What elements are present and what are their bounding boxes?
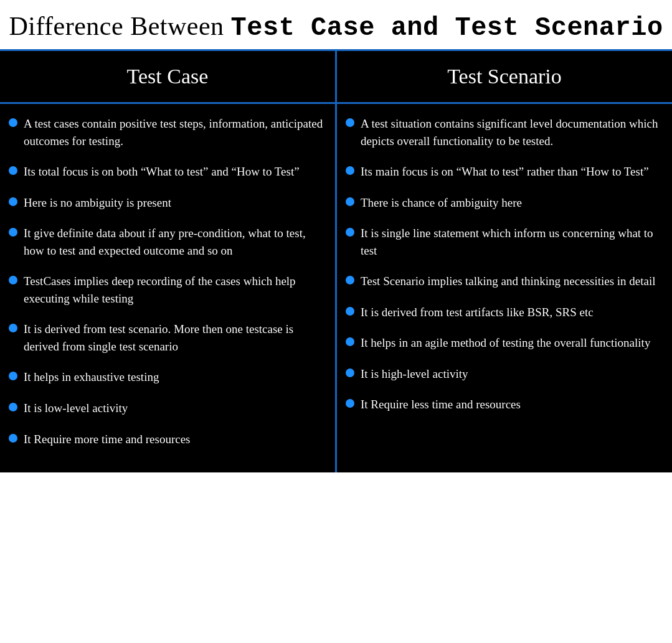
bullet-dot-icon bbox=[9, 434, 17, 443]
title-prefix: Difference Between bbox=[9, 12, 230, 40]
bullet-dot-icon bbox=[346, 118, 354, 127]
list-item: It is derived from test artifacts like B… bbox=[346, 304, 661, 321]
page-wrapper: Difference Between Test Case and Test Sc… bbox=[0, 0, 672, 643]
bullet-text: It is high-level activity bbox=[361, 365, 661, 383]
bullet-text: There is chance of ambiguity here bbox=[361, 194, 661, 212]
bullet-dot-icon bbox=[9, 118, 17, 127]
test-scenario-body: A test situation contains significant le… bbox=[337, 104, 672, 438]
list-item: TestCases implies deep recording of the … bbox=[9, 273, 324, 307]
bullet-text: It Require more time and resources bbox=[24, 431, 324, 448]
bullet-text: Its total focus is on both “What to test… bbox=[24, 163, 324, 181]
bullet-text: It is low-level activity bbox=[24, 400, 324, 417]
list-item: A test situation contains significant le… bbox=[346, 115, 661, 149]
list-item: It is low-level activity bbox=[9, 400, 324, 417]
bullet-text: It Require less time and resources bbox=[361, 396, 661, 413]
list-item: Its total focus is on both “What to test… bbox=[9, 163, 324, 181]
list-item: Test Scenario implies talking and thinki… bbox=[346, 273, 661, 290]
comparison-table: Test Case A test cases contain positive … bbox=[0, 51, 672, 472]
bullet-text: It is single line statement which inform… bbox=[361, 225, 661, 259]
list-item: It is derived from test scenario. More t… bbox=[9, 321, 324, 355]
list-item: It Require more time and resources bbox=[9, 431, 324, 448]
list-item: Here is no ambiguity is present bbox=[9, 194, 324, 212]
bullet-text: It is derived from test artifacts like B… bbox=[361, 304, 661, 321]
list-item: It Require less time and resources bbox=[346, 396, 661, 413]
bullet-dot-icon bbox=[9, 372, 17, 380]
bullet-dot-icon bbox=[346, 166, 354, 175]
bullet-text: Its main focus is on “What to test” rath… bbox=[361, 163, 661, 181]
list-item: A test cases contain positive test steps… bbox=[9, 115, 324, 149]
bullet-dot-icon bbox=[346, 337, 354, 346]
list-item: Its main focus is on “What to test” rath… bbox=[346, 163, 661, 181]
test-case-body: A test cases contain positive test steps… bbox=[0, 104, 335, 472]
bullet-dot-icon bbox=[346, 307, 354, 316]
test-scenario-column: Test Scenario A test situation contains … bbox=[337, 51, 672, 472]
bullet-dot-icon bbox=[9, 228, 17, 237]
bullet-dot-icon bbox=[9, 276, 17, 284]
list-item: It is high-level activity bbox=[346, 365, 661, 383]
bullet-dot-icon bbox=[346, 276, 354, 284]
test-case-header: Test Case bbox=[0, 51, 335, 104]
bullet-text: A test situation contains significant le… bbox=[361, 115, 661, 149]
bullet-dot-icon bbox=[9, 324, 17, 332]
test-case-column: Test Case A test cases contain positive … bbox=[0, 51, 337, 472]
bullet-text: A test cases contain positive test steps… bbox=[24, 115, 324, 149]
list-item: It helps in an agile method of testing t… bbox=[346, 334, 661, 352]
bullet-dot-icon bbox=[9, 197, 17, 206]
bullet-dot-icon bbox=[9, 403, 17, 411]
list-item: It give definite data about if any pre-c… bbox=[9, 225, 324, 259]
title-highlight: Test Case and Test Scenario bbox=[231, 13, 663, 43]
bullet-text: It helps in an agile method of testing t… bbox=[361, 334, 661, 352]
bullet-dot-icon bbox=[346, 368, 354, 377]
title-area: Difference Between Test Case and Test Sc… bbox=[0, 0, 672, 51]
list-item: It helps in exhaustive testing bbox=[9, 368, 324, 386]
bullet-text: It give definite data about if any pre-c… bbox=[24, 225, 324, 259]
bullet-dot-icon bbox=[346, 197, 354, 206]
list-item: There is chance of ambiguity here bbox=[346, 194, 661, 212]
list-item: It is single line statement which inform… bbox=[346, 225, 661, 259]
bullet-text: It helps in exhaustive testing bbox=[24, 368, 324, 386]
bullet-text: It is derived from test scenario. More t… bbox=[24, 321, 324, 355]
bullet-text: Here is no ambiguity is present bbox=[24, 194, 324, 212]
bullet-dot-icon bbox=[9, 166, 17, 175]
bullet-dot-icon bbox=[346, 399, 354, 408]
bullet-dot-icon bbox=[346, 228, 354, 237]
bullet-text: TestCases implies deep recording of the … bbox=[24, 273, 324, 307]
bullet-text: Test Scenario implies talking and thinki… bbox=[361, 273, 661, 290]
page-title: Difference Between Test Case and Test Sc… bbox=[6, 11, 666, 43]
test-scenario-header: Test Scenario bbox=[337, 51, 672, 104]
